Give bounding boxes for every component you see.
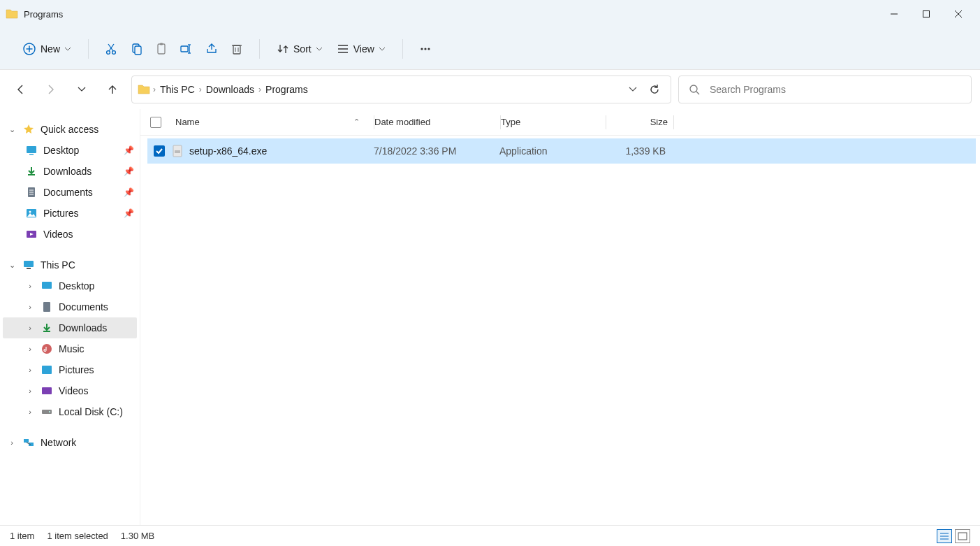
- search-icon: [689, 84, 700, 95]
- address-bar[interactable]: › This PC › Downloads › Programs: [131, 76, 671, 103]
- sidebar-item-desktop[interactable]: Desktop 📌: [0, 140, 140, 161]
- select-all-checkbox[interactable]: [140, 117, 171, 128]
- recent-locations-button[interactable]: [70, 78, 94, 101]
- svg-point-7: [107, 50, 110, 54]
- search-box[interactable]: [678, 76, 972, 103]
- maximize-button[interactable]: [910, 1, 942, 27]
- network-icon: [22, 436, 35, 449]
- paste-button[interactable]: [150, 38, 173, 60]
- minimize-button[interactable]: [878, 1, 910, 27]
- exe-icon: [171, 145, 184, 157]
- sidebar-item-videos[interactable]: › Videos: [0, 380, 140, 401]
- svg-point-26: [420, 48, 423, 50]
- toolbar-separator: [259, 39, 260, 59]
- svg-rect-51: [24, 439, 29, 443]
- forward-button[interactable]: [39, 78, 63, 101]
- chevron-right-icon: ›: [7, 438, 17, 447]
- svg-rect-43: [42, 282, 52, 289]
- star-icon: [22, 123, 35, 136]
- svg-rect-32: [29, 154, 34, 155]
- chevron-down-icon: [64, 45, 71, 52]
- search-input[interactable]: [710, 84, 961, 95]
- music-icon: [41, 343, 53, 355]
- new-button[interactable]: New: [17, 38, 77, 60]
- column-header-size[interactable]: Size: [606, 117, 673, 127]
- chevron-right-icon: ›: [25, 387, 35, 395]
- sidebar-item-documents[interactable]: Documents 📌: [0, 182, 140, 203]
- chevron-down-icon[interactable]: [629, 85, 637, 94]
- svg-point-39: [29, 211, 31, 213]
- share-button[interactable]: [200, 38, 223, 60]
- sort-label: Sort: [293, 43, 312, 55]
- svg-line-30: [696, 92, 699, 94]
- svg-rect-59: [958, 533, 967, 540]
- view-button[interactable]: View: [331, 38, 391, 59]
- file-row[interactable]: setup-x86_64.exe 7/18/2022 3:36 PM Appli…: [147, 138, 976, 164]
- sidebar-item-documents[interactable]: › Documents: [0, 296, 140, 317]
- breadcrumb-item[interactable]: This PC: [159, 81, 196, 98]
- file-checkbox[interactable]: [147, 145, 171, 157]
- video-icon: [25, 228, 38, 240]
- column-header-type[interactable]: Type: [501, 117, 606, 127]
- copy-button[interactable]: [125, 38, 147, 60]
- sidebar-item-quick-access[interactable]: ⌄ Quick access: [0, 119, 140, 140]
- sidebar-item-this-pc[interactable]: ⌄ This PC: [0, 254, 140, 275]
- refresh-button[interactable]: [648, 83, 661, 96]
- folder-icon: [6, 8, 18, 20]
- view-label: View: [353, 43, 374, 55]
- svg-rect-47: [42, 366, 52, 374]
- svg-rect-14: [160, 43, 163, 45]
- cut-button[interactable]: [100, 38, 122, 60]
- chevron-right-icon: ›: [199, 85, 202, 94]
- download-icon: [25, 165, 38, 178]
- svg-rect-48: [42, 387, 52, 394]
- sidebar-item-local-disk[interactable]: › Local Disk (C:): [0, 401, 140, 422]
- close-button[interactable]: [942, 1, 974, 27]
- status-selected-size: 1.30 MB: [121, 531, 154, 541]
- breadcrumb-item[interactable]: Programs: [264, 81, 309, 98]
- sidebar-item-downloads[interactable]: Downloads 📌: [0, 161, 140, 182]
- pc-icon: [22, 259, 35, 271]
- column-header-name[interactable]: Name ⌃: [171, 117, 374, 127]
- sidebar-item-music[interactable]: › Music: [0, 338, 140, 359]
- details-view-button[interactable]: [937, 529, 952, 543]
- toolbar-separator: [88, 39, 89, 59]
- sidebar-item-pictures[interactable]: › Pictures: [0, 359, 140, 380]
- navigation-pane: ⌄ Quick access Desktop 📌 Downloads 📌 Doc…: [0, 109, 140, 525]
- sort-button[interactable]: Sort: [271, 38, 328, 59]
- svg-rect-13: [158, 44, 165, 54]
- up-button[interactable]: [101, 78, 124, 101]
- chevron-right-icon: ›: [25, 324, 35, 332]
- pin-icon: 📌: [124, 145, 134, 155]
- file-date: 7/18/2022 3:36 PM: [374, 145, 499, 157]
- column-header-date[interactable]: Date modified: [374, 117, 500, 127]
- svg-point-8: [112, 50, 116, 54]
- chevron-down-icon: ⌄: [7, 125, 17, 134]
- svg-point-50: [49, 411, 50, 412]
- column-headers: Name ⌃ Date modified Type Size: [140, 109, 980, 136]
- rename-button[interactable]: [175, 38, 198, 60]
- chevron-right-icon: ›: [25, 303, 35, 311]
- sidebar-item-network[interactable]: › Network: [0, 432, 140, 453]
- sidebar-item-downloads[interactable]: › Downloads: [3, 317, 137, 338]
- breadcrumb-item[interactable]: Downloads: [205, 81, 256, 98]
- desktop-icon: [25, 144, 38, 157]
- svg-rect-15: [181, 46, 188, 52]
- chevron-right-icon: ›: [25, 366, 35, 374]
- back-button[interactable]: [8, 78, 32, 101]
- sidebar-item-pictures[interactable]: Pictures 📌: [0, 203, 140, 224]
- svg-rect-44: [43, 302, 50, 312]
- sidebar-item-videos[interactable]: Videos: [0, 224, 140, 245]
- svg-rect-1: [923, 11, 930, 17]
- chevron-down-icon: [316, 45, 323, 52]
- file-name: setup-x86_64.exe: [189, 145, 267, 157]
- sidebar-item-desktop[interactable]: › Desktop: [0, 275, 140, 296]
- delete-button[interactable]: [226, 38, 248, 60]
- chevron-right-icon: ›: [258, 85, 261, 94]
- thumbnails-view-button[interactable]: [955, 529, 970, 543]
- more-button[interactable]: [414, 38, 437, 60]
- file-type: Application: [499, 145, 604, 157]
- chevron-down-icon: [379, 45, 386, 52]
- svg-point-27: [424, 48, 426, 50]
- chevron-right-icon: ›: [25, 282, 35, 290]
